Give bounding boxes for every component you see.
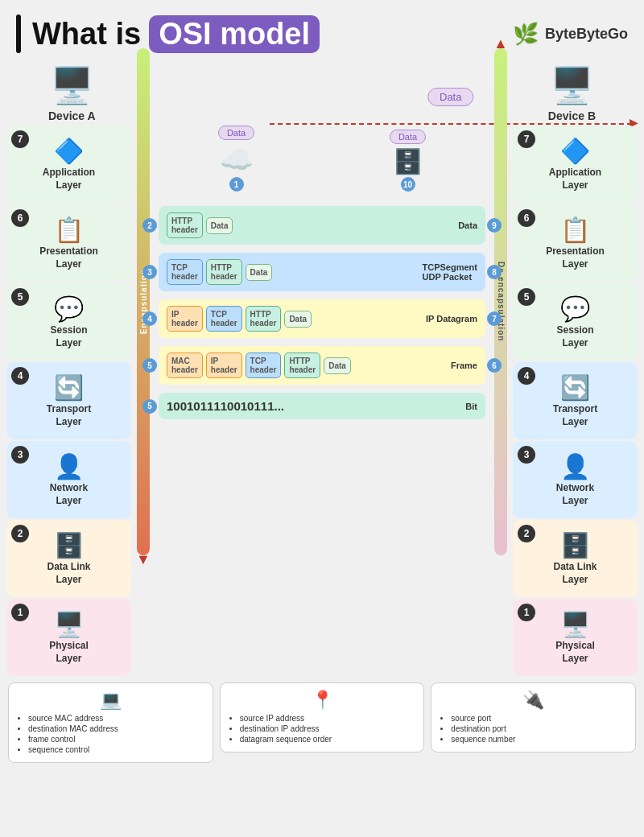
layer-phys-icon-left: 🖥️ — [54, 610, 84, 638]
tcp-row-wrapper: 3 8 TCPheader HTTPheader Data TCPSegment… — [159, 253, 485, 291]
data-3: Data — [284, 311, 312, 328]
layers-right: 7 🔷 ApplicationLayer 6 📋 PresentationLay… — [513, 126, 638, 676]
layer-trans-right: 4 🔄 TransportLayer — [513, 362, 638, 439]
packet-ip: IPheader TCPheader HTTPheader Data IP Da… — [159, 299, 485, 338]
layer-app-icon-left: 🔷 — [54, 137, 84, 165]
tcp-header-3: TCPheader — [246, 353, 282, 378]
device-a: 🖥️ Device A — [48, 64, 96, 122]
layer-app-icon-right: 🔷 — [560, 137, 590, 165]
layer-1-num-left: 1 — [11, 604, 29, 621]
db-icon-right: 🗄️ — [393, 147, 423, 175]
step-9-badge: 9 — [487, 218, 502, 233]
layer-5-num-right: 5 — [518, 288, 535, 306]
http-header-3: HTTPheader — [246, 306, 282, 332]
type-bit: Bit — [465, 402, 477, 411]
layer-trans-name-right: TransportLayer — [553, 403, 597, 428]
data-4: Data — [324, 357, 351, 374]
layer-2-num-right: 2 — [518, 525, 535, 542]
frame-row-wrapper: 5 6 MACheader IPheader TCPheader HTTPhea… — [159, 346, 485, 385]
step-5-badge: 5 — [142, 358, 157, 373]
layer-5-num-left: 5 — [11, 288, 29, 306]
http-header-4: HTTPheader — [284, 353, 320, 378]
layer-sess-right: 5 💬 SessionLayer — [513, 283, 638, 361]
layer-sess-icon-left: 💬 — [54, 295, 84, 323]
layer-data-right: 2 🗄️ Data LinkLayer — [513, 520, 638, 597]
main-area: 7 🔷 ApplicationLayer 6 📋 PresentationLay… — [0, 122, 644, 676]
data-bubble-left: Data — [218, 126, 254, 140]
packet-frame: MACheader IPheader TCPheader HTTPheader … — [159, 346, 485, 385]
layer-6-num-left: 6 — [11, 209, 29, 227]
layer-sess-name-right: SessionLayer — [556, 324, 593, 349]
page-wrapper: What is OSI model 🌿 ByteByteGo 🖥️ Device… — [0, 0, 644, 771]
layer-3-num-left: 3 — [11, 446, 29, 464]
layer-trans-left: 4 🔄 TransportLayer — [6, 362, 131, 439]
tcp-header-1: TCPheader — [167, 259, 203, 285]
data-bubble-right: Data — [390, 130, 426, 144]
layer-phys-right: 1 🖥️ PhysicalLayer — [513, 599, 638, 676]
layer-app-left: 7 🔷 ApplicationLayer — [6, 126, 131, 203]
device-a-label: Device A — [48, 109, 96, 122]
layer-6-num-right: 6 — [518, 209, 535, 227]
step-7-badge: 7 — [487, 311, 502, 326]
layer-pres-name-right: PresentationLayer — [546, 245, 605, 270]
http-header-1: HTTPheader — [167, 212, 203, 238]
ip-header-1: IPheader — [167, 306, 203, 332]
layer-data-icon-left: 🗄️ — [54, 531, 84, 559]
layer-app-name-left: ApplicationLayer — [43, 167, 95, 192]
device-a-icon: 🖥️ — [50, 64, 94, 106]
layer-trans-icon-left: 🔄 — [54, 373, 84, 402]
layer-net-name-right: NetworkLayer — [556, 482, 594, 507]
ip-header-2: IPheader — [206, 353, 242, 378]
layer-net-icon-left: 👤 — [54, 452, 84, 480]
layer-app-right: 7 🔷 ApplicationLayer — [513, 126, 638, 203]
layer-phys-name-right: PhysicalLayer — [555, 640, 595, 665]
cloud-icon-left: ☁️ — [220, 143, 254, 175]
legend-port-list: source port destination port sequence nu… — [440, 714, 627, 744]
title-bar — [16, 14, 21, 53]
step-5b-badge: 5 — [142, 399, 157, 414]
legend-mac-icon: 💻 — [17, 690, 204, 711]
brand: 🌿 ByteByteGo — [513, 22, 628, 47]
http-header-2: HTTPheader — [206, 259, 242, 285]
layer-4-num-right: 4 — [518, 367, 535, 385]
left-cloud: Data ☁️ 1 — [218, 126, 254, 192]
layer-phys-name-left: PhysicalLayer — [49, 640, 89, 665]
legend-mac-list: source MAC address destination MAC addre… — [17, 714, 204, 754]
step-2-badge: 2 — [142, 218, 157, 233]
packets-area: 2 9 HTTPheader Data Data 3 8 TCPheader H… — [134, 204, 510, 421]
legend-port: 🔌 source port destination port sequence … — [431, 682, 636, 752]
osi-badge: OSI model — [149, 15, 320, 53]
layer-4-num-left: 4 — [11, 367, 29, 385]
legend-ip-icon: 📍 — [229, 690, 416, 711]
layer-7-num-left: 7 — [11, 130, 29, 148]
ip-row-wrapper: 4 7 IPheader TCPheader HTTPheader Data I… — [159, 299, 485, 338]
packet-bit: 1001011110010111... Bit — [159, 393, 485, 419]
legend-ip-list: source IP address destination IP address… — [229, 714, 416, 744]
devices-row: 🖥️ Device A Data 🖥️ Device B — [0, 64, 644, 122]
layer-trans-icon-right: 🔄 — [560, 373, 590, 402]
layer-net-icon-right: 👤 — [560, 452, 590, 480]
packet-data: HTTPheader Data Data — [159, 206, 485, 245]
type-tcp: TCPSegmentUDP Packet — [423, 262, 477, 282]
layer-sess-icon-right: 💬 — [560, 295, 590, 323]
top-icons: Data ☁️ 1 Data 🗄️ 10 — [134, 126, 510, 192]
mac-header: MACheader — [167, 353, 203, 378]
data-bubble-top: Data — [427, 88, 473, 106]
layer-pres-right: 6 📋 PresentationLayer — [513, 204, 638, 282]
layer-pres-name-left: PresentationLayer — [39, 245, 98, 270]
title-prefix: What is — [32, 17, 141, 52]
layer-data-name-right: Data LinkLayer — [553, 561, 597, 586]
brand-icon: 🌿 — [513, 22, 539, 47]
legend-ip-item-1: source IP address — [240, 714, 416, 723]
center-col: Data ☁️ 1 Data 🗄️ 10 2 9 HTTPheader — [131, 126, 513, 676]
brand-name: ByteByteGo — [545, 26, 628, 43]
type-frame: Frame — [451, 361, 477, 370]
layer-data-name-left: Data LinkLayer — [47, 561, 90, 586]
layers-left: 7 🔷 ApplicationLayer 6 📋 PresentationLay… — [6, 126, 131, 676]
legend-mac-item-3: frame control — [28, 735, 204, 744]
layer-pres-left: 6 📋 PresentationLayer — [6, 204, 131, 282]
legend-row: 💻 source MAC address destination MAC add… — [0, 676, 644, 771]
legend-port-icon: 🔌 — [440, 690, 627, 711]
step-10: 10 — [401, 177, 415, 192]
layer-2-num-left: 2 — [11, 525, 29, 542]
